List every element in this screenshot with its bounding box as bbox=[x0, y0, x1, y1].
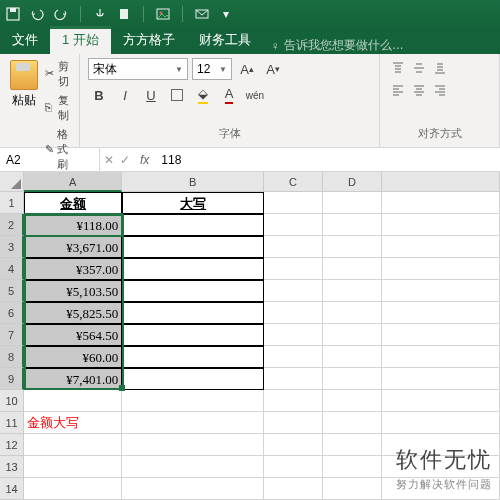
cell-E14[interactable] bbox=[382, 478, 500, 500]
row-header-11[interactable]: 11 bbox=[0, 412, 24, 434]
tab-fangfang[interactable]: 方方格子 bbox=[111, 26, 187, 54]
cell-A11[interactable]: 金额大写 bbox=[24, 412, 122, 434]
cell-C11[interactable] bbox=[264, 412, 323, 434]
cell-D4[interactable] bbox=[323, 258, 382, 280]
cell-E13[interactable] bbox=[382, 456, 500, 478]
tell-me-search[interactable]: ♀ 告诉我您想要做什么… bbox=[271, 37, 404, 54]
cell-D3[interactable] bbox=[323, 236, 382, 258]
row-header-7[interactable]: 7 bbox=[0, 324, 24, 346]
cell-C14[interactable] bbox=[264, 478, 323, 500]
cell-D7[interactable] bbox=[323, 324, 382, 346]
cell-C13[interactable] bbox=[264, 456, 323, 478]
italic-button[interactable]: I bbox=[114, 84, 136, 106]
cell-D10[interactable] bbox=[323, 390, 382, 412]
cell-D14[interactable] bbox=[323, 478, 382, 500]
select-all-button[interactable] bbox=[0, 172, 24, 192]
align-left-button[interactable] bbox=[388, 80, 408, 100]
cell-A1[interactable]: 金额 bbox=[24, 192, 122, 214]
cell-B9[interactable] bbox=[122, 368, 264, 390]
align-top-button[interactable] bbox=[388, 58, 408, 78]
cell-B7[interactable] bbox=[122, 324, 264, 346]
cell-B11[interactable] bbox=[122, 412, 264, 434]
cell-A8[interactable]: ¥60.00 bbox=[24, 346, 122, 368]
row-header-5[interactable]: 5 bbox=[0, 280, 24, 302]
font-color-button[interactable]: A bbox=[218, 84, 240, 106]
cell-C9[interactable] bbox=[264, 368, 323, 390]
cell-E10[interactable] bbox=[382, 390, 500, 412]
cell-D13[interactable] bbox=[323, 456, 382, 478]
cell-E6[interactable] bbox=[382, 302, 500, 324]
cell-A12[interactable] bbox=[24, 434, 122, 456]
row-header-3[interactable]: 3 bbox=[0, 236, 24, 258]
cell-B14[interactable] bbox=[122, 478, 264, 500]
copy-button[interactable]: ⎘复制 bbox=[44, 92, 74, 124]
enter-icon[interactable]: ✓ bbox=[120, 153, 130, 167]
cut-button[interactable]: ✂剪切 bbox=[44, 58, 74, 90]
tab-file[interactable]: 文件 bbox=[0, 26, 50, 54]
cell-B5[interactable] bbox=[122, 280, 264, 302]
tab-finance[interactable]: 财务工具 bbox=[187, 26, 263, 54]
cell-D12[interactable] bbox=[323, 434, 382, 456]
picture-icon[interactable] bbox=[156, 7, 170, 21]
cell-C7[interactable] bbox=[264, 324, 323, 346]
format-painter-button[interactable]: ✎格式刷 bbox=[44, 126, 74, 173]
cell-B13[interactable] bbox=[122, 456, 264, 478]
grid-body[interactable]: A B C D 金额 大写 ¥118.00 ¥3,671.00 ¥357.00 … bbox=[24, 172, 500, 500]
cell-D6[interactable] bbox=[323, 302, 382, 324]
cell-A2[interactable]: ¥118.00 bbox=[24, 214, 122, 236]
row-header-9[interactable]: 9 bbox=[0, 368, 24, 390]
cell-B4[interactable] bbox=[122, 258, 264, 280]
row-header-10[interactable]: 10 bbox=[0, 390, 24, 412]
cell-C6[interactable] bbox=[264, 302, 323, 324]
cell-B3[interactable] bbox=[122, 236, 264, 258]
cell-E7[interactable] bbox=[382, 324, 500, 346]
cell-A5[interactable]: ¥5,103.50 bbox=[24, 280, 122, 302]
cell-E1[interactable] bbox=[382, 192, 500, 214]
phonetic-button[interactable]: wén bbox=[244, 84, 266, 106]
cell-D11[interactable] bbox=[323, 412, 382, 434]
cell-E3[interactable] bbox=[382, 236, 500, 258]
new-icon[interactable] bbox=[117, 7, 131, 21]
col-header-D[interactable]: D bbox=[323, 172, 382, 192]
redo-icon[interactable] bbox=[54, 7, 68, 21]
tab-home[interactable]: 1 开始 bbox=[50, 26, 111, 54]
col-header-A[interactable]: A bbox=[24, 172, 122, 192]
cell-C1[interactable] bbox=[264, 192, 323, 214]
cell-C4[interactable] bbox=[264, 258, 323, 280]
touch-icon[interactable] bbox=[93, 7, 107, 21]
cell-B10[interactable] bbox=[122, 390, 264, 412]
undo-icon[interactable] bbox=[30, 7, 44, 21]
email-icon[interactable] bbox=[195, 7, 209, 21]
col-header-C[interactable]: C bbox=[264, 172, 323, 192]
cell-B6[interactable] bbox=[122, 302, 264, 324]
row-header-1[interactable]: 1 bbox=[0, 192, 24, 214]
cell-B8[interactable] bbox=[122, 346, 264, 368]
cell-B12[interactable] bbox=[122, 434, 264, 456]
cell-C3[interactable] bbox=[264, 236, 323, 258]
row-header-6[interactable]: 6 bbox=[0, 302, 24, 324]
cell-A9[interactable]: ¥7,401.00 bbox=[24, 368, 122, 390]
row-header-2[interactable]: 2 bbox=[0, 214, 24, 236]
row-header-14[interactable]: 14 bbox=[0, 478, 24, 500]
cell-C2[interactable] bbox=[264, 214, 323, 236]
cell-B2[interactable] bbox=[122, 214, 264, 236]
cell-C12[interactable] bbox=[264, 434, 323, 456]
underline-button[interactable]: U bbox=[140, 84, 162, 106]
cell-A10[interactable] bbox=[24, 390, 122, 412]
cell-E8[interactable] bbox=[382, 346, 500, 368]
cancel-icon[interactable]: ✕ bbox=[104, 153, 114, 167]
decrease-font-button[interactable]: A▾ bbox=[262, 58, 284, 80]
cell-A6[interactable]: ¥5,825.50 bbox=[24, 302, 122, 324]
font-name-combo[interactable]: 宋体▼ bbox=[88, 58, 188, 80]
cell-D5[interactable] bbox=[323, 280, 382, 302]
cell-E11[interactable] bbox=[382, 412, 500, 434]
cell-A4[interactable]: ¥357.00 bbox=[24, 258, 122, 280]
paste-button[interactable]: 粘贴 bbox=[8, 58, 40, 173]
cell-A7[interactable]: ¥564.50 bbox=[24, 324, 122, 346]
save-icon[interactable] bbox=[6, 7, 20, 21]
row-header-12[interactable]: 12 bbox=[0, 434, 24, 456]
fx-button[interactable]: fx bbox=[134, 153, 155, 167]
cell-E5[interactable] bbox=[382, 280, 500, 302]
border-button[interactable] bbox=[166, 84, 188, 106]
formula-input[interactable]: 118 bbox=[155, 153, 500, 167]
